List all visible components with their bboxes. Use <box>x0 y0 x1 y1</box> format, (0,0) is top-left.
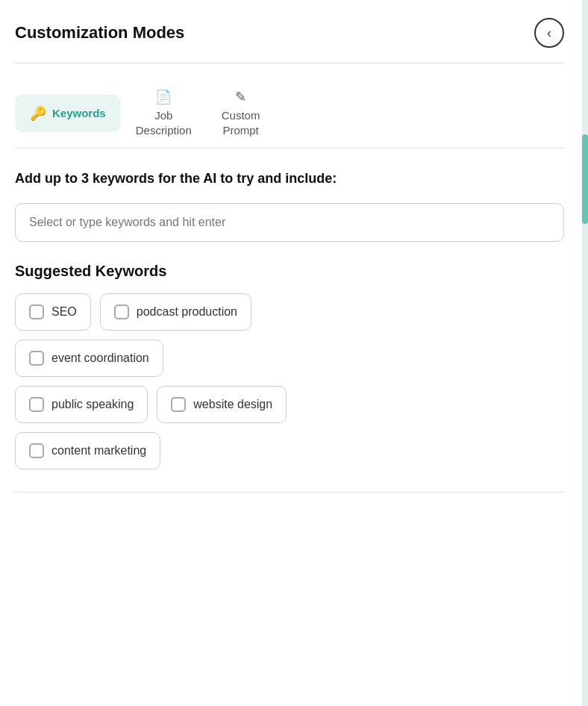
keywords-row-4: content marketing <box>15 432 564 469</box>
header: Customization Modes ‹ <box>15 18 564 48</box>
chip-label-podcast-production: podcast production <box>137 305 237 319</box>
keywords-row-2: event coordination <box>15 340 564 377</box>
suggested-section: Suggested Keywords SEO podcast productio… <box>15 263 564 469</box>
keyword-input[interactable] <box>29 216 550 229</box>
keyword-chip-website-design[interactable]: website design <box>157 386 287 423</box>
tab-custom-prompt[interactable]: ✎ CustomPrompt <box>207 78 275 148</box>
checkbox-website-design[interactable] <box>171 397 186 412</box>
header-divider <box>15 63 564 63</box>
keyword-input-wrapper[interactable] <box>15 203 564 242</box>
tab-keywords[interactable]: 🔑 Keywords <box>15 95 121 132</box>
chip-label-content-marketing: content marketing <box>51 444 146 457</box>
checkbox-event-coordination[interactable] <box>29 351 44 366</box>
tab-job-description[interactable]: 📄 JobDescription <box>121 78 207 148</box>
checkbox-seo[interactable] <box>29 304 44 319</box>
keywords-row-1: SEO podcast production <box>15 293 564 331</box>
checkbox-content-marketing[interactable] <box>29 443 44 458</box>
suggested-title: Suggested Keywords <box>15 263 564 280</box>
chip-label-event-coordination: event coordination <box>51 352 149 365</box>
main-content: Customization Modes ‹ 🔑 Keywords 📄 JobDe… <box>0 0 582 510</box>
keywords-row-3: public speaking website design <box>15 386 564 423</box>
keyword-chip-event-coordination[interactable]: event coordination <box>15 340 163 377</box>
chip-label-public-speaking: public speaking <box>51 398 134 411</box>
tabs-container: 🔑 Keywords 📄 JobDescription ✎ CustomProm… <box>15 78 564 149</box>
pencil-icon: ✎ <box>235 89 246 105</box>
instruction-text: Add up to 3 keywords for the AI to try a… <box>15 169 564 188</box>
bottom-divider <box>15 492 564 493</box>
scrollbar[interactable] <box>582 0 588 706</box>
checkbox-public-speaking[interactable] <box>29 397 44 412</box>
page-title: Customization Modes <box>15 23 184 43</box>
keyword-chip-seo[interactable]: SEO <box>15 293 91 331</box>
keyword-chip-public-speaking[interactable]: public speaking <box>15 386 148 423</box>
keyword-chip-podcast-production[interactable]: podcast production <box>100 293 251 331</box>
keyword-chip-content-marketing[interactable]: content marketing <box>15 432 160 469</box>
checkbox-podcast-production[interactable] <box>114 304 129 319</box>
page-container: Customization Modes ‹ 🔑 Keywords 📄 JobDe… <box>0 0 588 706</box>
back-button[interactable]: ‹ <box>534 18 564 48</box>
document-icon: 📄 <box>155 89 172 105</box>
tab-keywords-label: Keywords <box>52 106 106 121</box>
scrollbar-thumb[interactable] <box>582 134 588 224</box>
chevron-left-icon: ‹ <box>547 25 551 41</box>
key-icon: 🔑 <box>30 105 46 122</box>
tab-job-description-label: JobDescription <box>136 108 192 137</box>
chip-label-website-design: website design <box>193 398 272 411</box>
keywords-grid: SEO podcast production event coordinatio… <box>15 293 564 469</box>
tab-custom-prompt-label: CustomPrompt <box>222 108 260 137</box>
chip-label-seo: SEO <box>51 305 77 319</box>
